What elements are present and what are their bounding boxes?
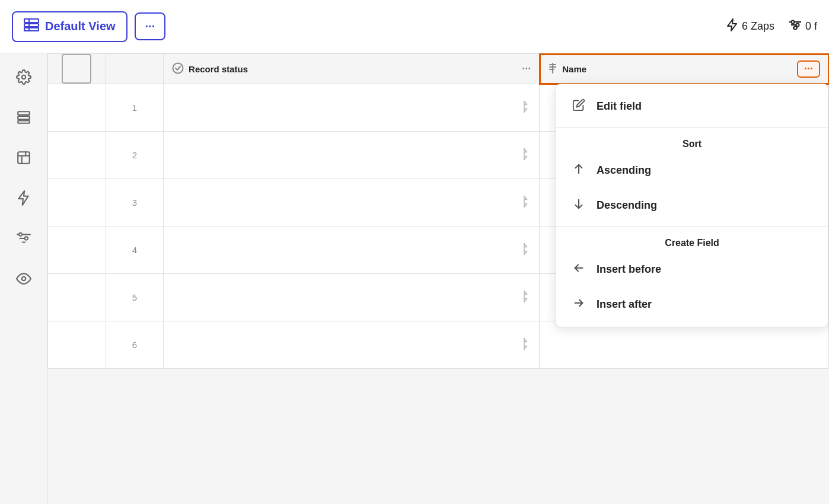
col-name-left: Name xyxy=(548,62,586,76)
zap-icon xyxy=(726,18,738,34)
sidebar xyxy=(0,53,47,504)
ascending-icon xyxy=(570,162,587,178)
edit-field-label: Edit field xyxy=(597,100,642,113)
svg-rect-14 xyxy=(18,152,30,164)
insert-before-item[interactable]: Insert before xyxy=(556,252,828,287)
row-checkbox-cell[interactable] xyxy=(48,179,106,227)
filters-label: 0 f xyxy=(805,20,817,33)
svg-rect-12 xyxy=(18,116,30,119)
svg-point-8 xyxy=(796,24,799,27)
svg-rect-1 xyxy=(24,24,39,27)
col-record-status-left: Record status xyxy=(172,62,248,76)
row-sort-icon xyxy=(519,148,530,163)
toolbar: Default View ··· 6 Zaps xyxy=(0,0,829,53)
sort-descending-item[interactable]: Descending xyxy=(556,188,828,223)
svg-rect-13 xyxy=(18,120,30,123)
descending-label: Descending xyxy=(597,199,657,212)
ascending-label: Ascending xyxy=(597,164,651,177)
row-record-status-cell xyxy=(164,274,540,321)
row-record-status-cell xyxy=(164,227,540,274)
sort-section-label: Sort xyxy=(556,132,828,153)
row-checkbox-cell[interactable] xyxy=(48,227,106,274)
svg-point-18 xyxy=(18,233,21,236)
insert-before-label: Insert before xyxy=(597,263,661,276)
row-sort-icon xyxy=(519,290,530,305)
toolbar-right: 6 Zaps 0 f xyxy=(726,18,817,34)
sidebar-filter-icon[interactable] xyxy=(12,227,36,250)
col-header-record-status: Record status ··· xyxy=(164,54,540,84)
col-header-number xyxy=(106,54,164,84)
toolbar-more-label: ··· xyxy=(145,20,155,33)
data-table: Record status ··· xyxy=(47,53,829,369)
name-col-icon xyxy=(548,62,557,76)
row-number-cell: 3 xyxy=(106,179,164,227)
row-checkbox-cell[interactable] xyxy=(48,321,106,369)
row-sort-icon xyxy=(519,243,530,258)
table-container: Record status ··· xyxy=(47,53,829,504)
row-sort-icon xyxy=(519,337,530,353)
insert-after-item[interactable]: Insert after xyxy=(556,287,828,322)
name-col-more-button[interactable]: ··· xyxy=(797,60,820,78)
edit-field-menu-item[interactable]: Edit field xyxy=(556,89,828,124)
sidebar-eye-icon[interactable] xyxy=(12,267,36,291)
row-checkbox-cell[interactable] xyxy=(48,132,106,179)
sidebar-frame-icon[interactable] xyxy=(12,146,36,170)
insert-before-icon xyxy=(570,261,587,277)
row-record-status-cell xyxy=(164,179,540,227)
record-status-col-icon xyxy=(172,62,184,76)
row-record-status-cell xyxy=(164,321,540,369)
row-number-cell: 4 xyxy=(106,227,164,274)
sidebar-settings-icon[interactable] xyxy=(12,65,36,89)
row-number-cell: 5 xyxy=(106,274,164,321)
row-sort-icon xyxy=(519,195,530,210)
insert-after-icon xyxy=(570,296,587,312)
svg-rect-11 xyxy=(18,111,30,114)
sort-ascending-item[interactable]: Ascending xyxy=(556,153,828,188)
svg-point-21 xyxy=(173,63,183,73)
row-sort-icon xyxy=(519,100,530,116)
svg-point-10 xyxy=(21,75,25,79)
record-status-col-label: Record status xyxy=(189,64,248,74)
row-record-status-cell xyxy=(164,132,540,179)
sidebar-layers-icon[interactable] xyxy=(12,106,36,129)
main-area: Record status ··· xyxy=(0,53,829,504)
svg-rect-2 xyxy=(24,28,39,31)
sidebar-lightning-icon[interactable] xyxy=(12,186,36,210)
descending-icon xyxy=(570,197,587,213)
name-col-label: Name xyxy=(562,64,586,74)
row-name-cell xyxy=(540,321,829,369)
menu-divider-2 xyxy=(556,227,828,227)
row-record-status-cell xyxy=(164,84,540,132)
row-checkbox-cell[interactable] xyxy=(48,84,106,132)
toolbar-more-button[interactable]: ··· xyxy=(135,12,166,40)
insert-after-label: Insert after xyxy=(597,298,652,311)
row-number-cell: 6 xyxy=(106,321,164,369)
zaps-button[interactable]: 6 Zaps xyxy=(726,18,774,34)
svg-point-7 xyxy=(791,21,794,24)
record-status-col-more[interactable]: ··· xyxy=(522,63,531,75)
zaps-label: 6 Zaps xyxy=(742,20,774,33)
select-all-checkbox[interactable] xyxy=(62,54,91,84)
row-checkbox-cell[interactable] xyxy=(48,274,106,321)
column-context-menu: Edit field Sort xyxy=(556,84,828,327)
menu-divider-1 xyxy=(556,127,828,128)
svg-point-20 xyxy=(21,277,25,281)
svg-point-9 xyxy=(793,27,796,30)
col-header-name: Name ··· xyxy=(540,54,829,84)
default-view-label: Default View xyxy=(45,20,116,33)
filters-button[interactable]: 0 f xyxy=(789,20,817,33)
edit-icon xyxy=(570,98,587,114)
col-header-checkbox xyxy=(48,54,106,84)
row-number-cell: 1 xyxy=(106,84,164,132)
create-field-section-label: Create Field xyxy=(556,231,828,252)
table-view-icon xyxy=(24,18,39,35)
row-number-cell: 2 xyxy=(106,132,164,179)
table-row: 6 xyxy=(48,321,829,369)
default-view-button[interactable]: Default View xyxy=(12,11,127,42)
svg-rect-0 xyxy=(24,19,39,23)
filter-icon xyxy=(789,20,802,33)
svg-point-19 xyxy=(24,237,27,240)
